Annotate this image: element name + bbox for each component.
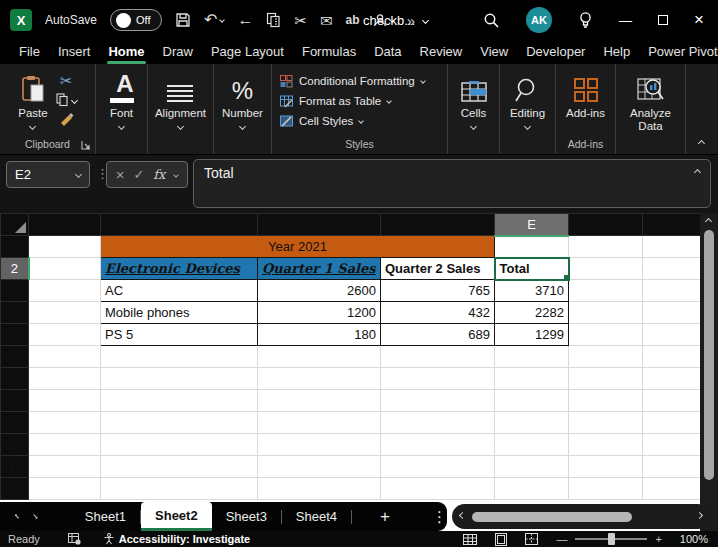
cell-E4[interactable]: 2282 — [495, 302, 569, 324]
cell-C5[interactable]: 180 — [258, 324, 381, 346]
cell-B5[interactable]: PS 5 — [101, 324, 258, 346]
tab-formulas[interactable]: Formulas — [293, 41, 365, 64]
zoom-slider-thumb[interactable] — [608, 533, 615, 545]
collapse-formula-bar-icon[interactable] — [694, 169, 701, 176]
row-header-7[interactable]: 7 — [1, 368, 29, 390]
cell-E6[interactable] — [495, 346, 569, 368]
page-break-preview-icon[interactable] — [525, 533, 538, 545]
cell-C3[interactable]: 2600 — [258, 280, 381, 302]
cell-G12[interactable] — [643, 478, 701, 500]
horizontal-scroll-thumb[interactable] — [472, 512, 632, 522]
row-header-1[interactable]: 1 — [1, 236, 29, 258]
sheet-tab-sheet2-active[interactable]: Sheet2 — [141, 502, 212, 531]
new-sheet-button[interactable]: + — [380, 507, 390, 527]
maximize-button[interactable] — [658, 15, 668, 25]
cell-G2[interactable] — [643, 258, 701, 280]
select-all-corner[interactable] — [1, 214, 29, 236]
cell-B12[interactable] — [101, 478, 258, 500]
row-header-5[interactable]: 5 — [1, 324, 29, 346]
sheet-more-button[interactable]: ⋮ — [432, 508, 447, 526]
scroll-left-icon[interactable] — [459, 512, 466, 519]
tab-review[interactable]: Review — [411, 41, 472, 64]
sheet-nav-right-icon[interactable] — [33, 514, 38, 519]
enter-button[interactable]: ✓ — [133, 167, 144, 182]
tab-developer[interactable]: Developer — [517, 41, 594, 64]
vertical-scrollbar[interactable] — [700, 213, 718, 531]
cell-A3[interactable] — [29, 280, 101, 302]
cell-A9[interactable] — [29, 412, 101, 434]
row-header-12[interactable]: 12 — [1, 478, 29, 500]
cell-E5[interactable]: 1299 — [495, 324, 569, 346]
cell-E7[interactable] — [495, 368, 569, 390]
cell-F11[interactable] — [569, 456, 643, 478]
horizontal-scrollbar[interactable] — [452, 504, 710, 529]
row-header-6[interactable]: 6 — [1, 346, 29, 368]
zoom-level[interactable]: 100% — [680, 533, 708, 545]
undo-button[interactable]: ↶ — [204, 12, 224, 28]
cell-F9[interactable] — [569, 412, 643, 434]
cell-E8[interactable] — [495, 390, 569, 412]
cell-G4[interactable] — [643, 302, 701, 324]
cell-F6[interactable] — [569, 346, 643, 368]
cell-F5[interactable] — [569, 324, 643, 346]
tab-home[interactable]: Home — [99, 41, 153, 64]
avatar[interactable]: AK — [526, 7, 552, 33]
conditional-formatting-button[interactable]: Conditional Formatting — [280, 71, 425, 91]
analyze-data-button[interactable]: Analyze Data — [623, 71, 679, 133]
cell-D10[interactable] — [381, 434, 495, 456]
cell-A5[interactable] — [29, 324, 101, 346]
sheet-tab-sheet4[interactable]: Sheet4 — [282, 502, 351, 531]
cell-A8[interactable] — [29, 390, 101, 412]
close-button[interactable]: × — [694, 10, 704, 30]
cell-A11[interactable] — [29, 456, 101, 478]
tab-help[interactable]: Help — [594, 41, 639, 64]
copy-icon[interactable] — [266, 12, 281, 28]
page-layout-view-icon[interactable] — [495, 533, 507, 546]
normal-view-icon[interactable] — [463, 534, 477, 545]
cell-F10[interactable] — [569, 434, 643, 456]
cell-D5[interactable]: 689 — [381, 324, 495, 346]
sheet-tab-sheet1[interactable]: Sheet1 — [71, 502, 140, 531]
dialog-launcher-icon[interactable] — [81, 140, 91, 150]
tab-insert[interactable]: Insert — [49, 41, 100, 64]
row-header-9[interactable]: 9 — [1, 412, 29, 434]
tab-draw[interactable]: Draw — [154, 41, 202, 64]
cell-B7[interactable] — [101, 368, 258, 390]
cell-E2-selected[interactable]: Total — [495, 258, 569, 280]
alignment-button[interactable]: Alignment — [155, 71, 206, 129]
cell-A6[interactable] — [29, 346, 101, 368]
row-header-2-selected[interactable]: 2 — [1, 258, 29, 280]
save-icon[interactable] — [175, 12, 191, 28]
accessibility-status[interactable]: Accessibility: Investigate — [103, 533, 250, 545]
cell-G7[interactable] — [643, 368, 701, 390]
scroll-right-icon[interactable] — [696, 512, 703, 519]
cell-B3[interactable]: AC — [101, 280, 258, 302]
cell-B9[interactable] — [101, 412, 258, 434]
cell-G5[interactable] — [643, 324, 701, 346]
tab-data[interactable]: Data — [365, 41, 410, 64]
cell-A4[interactable] — [29, 302, 101, 324]
search-icon[interactable] — [483, 12, 500, 29]
col-header-D[interactable]: D — [381, 214, 495, 236]
cell-E9[interactable] — [495, 412, 569, 434]
cell-D4[interactable]: 432 — [381, 302, 495, 324]
name-box[interactable]: E2 — [6, 161, 90, 188]
formula-input[interactable]: Total — [193, 159, 711, 208]
cell-D11[interactable] — [381, 456, 495, 478]
cell-B2[interactable]: Electronic Devices — [101, 258, 258, 280]
col-header-C[interactable]: C — [258, 214, 381, 236]
mail-icon[interactable]: ✉ — [320, 13, 333, 28]
cell-F7[interactable] — [569, 368, 643, 390]
translate-icon[interactable]: ab — [346, 14, 360, 26]
cell-F1[interactable] — [569, 236, 643, 258]
cell-E11[interactable] — [495, 456, 569, 478]
cell-G6[interactable] — [643, 346, 701, 368]
row-header-10[interactable]: 10 — [1, 434, 29, 456]
tab-power-pivot[interactable]: Power Pivot — [639, 41, 718, 64]
minimize-button[interactable]: — — [619, 13, 632, 28]
addins-button[interactable]: Add-ins — [566, 71, 605, 119]
cell-G11[interactable] — [643, 456, 701, 478]
row-header-8[interactable]: 8 — [1, 390, 29, 412]
cell-G8[interactable] — [643, 390, 701, 412]
cell-F12[interactable] — [569, 478, 643, 500]
